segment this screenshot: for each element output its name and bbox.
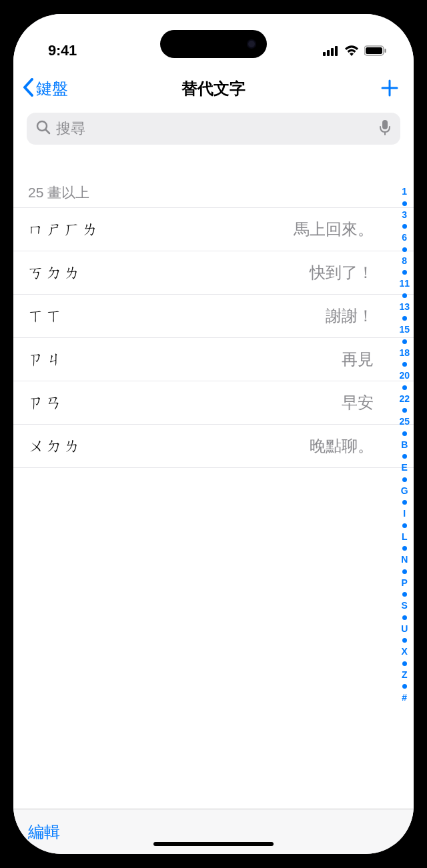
index-dot <box>402 224 407 229</box>
index-dot <box>402 362 407 367</box>
index-bar[interactable]: 136811131518202225BEGILNPSUXZ# <box>399 186 410 782</box>
back-button[interactable]: 鍵盤 <box>23 78 68 100</box>
index-dot <box>402 293 407 298</box>
index-item[interactable]: U <box>401 623 408 635</box>
svg-line-8 <box>46 130 50 134</box>
index-item[interactable]: 11 <box>399 278 410 290</box>
index-item[interactable]: 18 <box>399 347 410 359</box>
index-item[interactable]: P <box>402 577 408 589</box>
index-item[interactable]: G <box>401 485 408 497</box>
shortcut-value: 晚點聊。 <box>310 435 374 457</box>
index-item[interactable]: # <box>402 692 407 704</box>
shortcut-value: 馬上回來。 <box>294 219 374 240</box>
list-item[interactable]: ㄨㄉㄌ晚點聊。 <box>13 425 414 468</box>
index-item[interactable]: 6 <box>402 232 407 244</box>
index-dot <box>402 431 407 436</box>
list-item[interactable]: ㄗㄐ再見 <box>13 338 414 381</box>
index-dot <box>402 615 407 620</box>
shortcut-value: 快到了！ <box>310 262 374 283</box>
index-item[interactable]: E <box>402 462 408 474</box>
index-item[interactable]: B <box>401 439 408 451</box>
svg-rect-1 <box>327 50 330 56</box>
plus-icon <box>380 79 399 97</box>
index-dot <box>402 477 407 482</box>
shortcut-key: ㄎㄉㄌ <box>28 262 82 283</box>
edit-button[interactable]: 編輯 <box>28 821 60 843</box>
shortcut-key: ㄗㄢ <box>28 392 64 413</box>
front-camera <box>247 39 256 49</box>
index-dot <box>402 201 407 206</box>
back-label: 鍵盤 <box>36 78 68 99</box>
shortcut-key: ㄇㄕㄏㄌ <box>28 219 100 240</box>
index-dot <box>402 408 407 413</box>
svg-rect-2 <box>331 48 334 56</box>
page-title: 替代文字 <box>181 78 246 99</box>
index-item[interactable]: I <box>403 508 406 520</box>
index-item[interactable]: L <box>402 531 408 543</box>
index-dot <box>402 316 407 321</box>
index-dot <box>402 339 407 344</box>
phone-frame: 9:41 鍵盤 替代文字 <box>1 2 426 866</box>
index-dot <box>402 270 407 275</box>
index-item[interactable]: 3 <box>402 209 407 221</box>
index-item[interactable]: 8 <box>402 255 407 267</box>
dynamic-island <box>160 30 267 58</box>
index-dot <box>402 385 407 390</box>
search-icon <box>36 120 51 137</box>
shortcuts-list: ㄇㄕㄏㄌ馬上回來。ㄎㄉㄌ快到了！ㄒㄒ謝謝！ㄗㄐ再見ㄗㄢ早安ㄨㄉㄌ晚點聊。 <box>13 207 414 468</box>
shortcut-value: 早安 <box>342 392 374 413</box>
index-dot <box>402 247 407 252</box>
list-item[interactable]: ㄎㄉㄌ快到了！ <box>13 251 414 295</box>
shortcut-key: ㄒㄒ <box>28 305 64 327</box>
index-dot <box>402 523 407 528</box>
index-dot <box>402 454 407 459</box>
status-time: 9:41 <box>48 42 77 59</box>
index-item[interactable]: 13 <box>399 301 410 313</box>
index-item[interactable]: 25 <box>399 416 410 428</box>
index-item[interactable]: 15 <box>399 324 410 336</box>
status-icons <box>323 45 387 56</box>
content-area: 25 畫以上 ㄇㄕㄏㄌ馬上回來。ㄎㄉㄌ快到了！ㄒㄒ謝謝！ㄗㄐ再見ㄗㄢ早安ㄨㄉㄌ晚… <box>13 154 414 809</box>
svg-rect-9 <box>382 120 388 129</box>
search-bar[interactable] <box>27 113 400 145</box>
index-dot <box>402 500 407 505</box>
index-dot <box>402 684 407 689</box>
svg-rect-0 <box>323 52 326 56</box>
index-item[interactable]: X <box>402 646 408 658</box>
phone-screen: 9:41 鍵盤 替代文字 <box>13 14 414 854</box>
shortcut-value: 再見 <box>342 349 374 370</box>
shortcut-key: ㄗㄐ <box>28 349 64 370</box>
navigation-bar: 鍵盤 替代文字 <box>13 69 414 109</box>
index-dot <box>402 569 407 574</box>
index-dot <box>402 592 407 597</box>
list-item[interactable]: ㄒㄒ謝謝！ <box>13 295 414 338</box>
section-header: 25 畫以上 <box>13 154 414 207</box>
svg-rect-6 <box>385 49 386 53</box>
battery-icon <box>364 45 387 56</box>
search-container <box>13 109 414 154</box>
list-item[interactable]: ㄇㄕㄏㄌ馬上回來。 <box>13 207 414 251</box>
index-item[interactable]: N <box>401 554 408 566</box>
shortcut-key: ㄨㄉㄌ <box>28 435 82 457</box>
chevron-left-icon <box>23 78 35 100</box>
index-dot <box>402 661 407 666</box>
index-item[interactable]: 1 <box>402 186 407 198</box>
microphone-icon[interactable] <box>379 119 391 138</box>
toolbar: 編輯 <box>13 809 414 854</box>
index-dot <box>402 638 407 643</box>
index-dot <box>402 546 407 551</box>
svg-rect-5 <box>366 47 382 54</box>
index-item[interactable]: S <box>402 600 408 612</box>
cellular-signal-icon <box>323 45 339 56</box>
shortcut-value: 謝謝！ <box>326 305 374 327</box>
add-button[interactable] <box>380 76 399 101</box>
index-item[interactable]: 22 <box>399 393 410 405</box>
list-item[interactable]: ㄗㄢ早安 <box>13 381 414 425</box>
wifi-icon <box>344 45 359 56</box>
index-item[interactable]: Z <box>402 669 408 681</box>
svg-rect-3 <box>335 46 338 56</box>
index-item[interactable]: 20 <box>399 370 410 382</box>
search-input[interactable] <box>56 120 374 137</box>
home-indicator[interactable] <box>153 842 274 846</box>
